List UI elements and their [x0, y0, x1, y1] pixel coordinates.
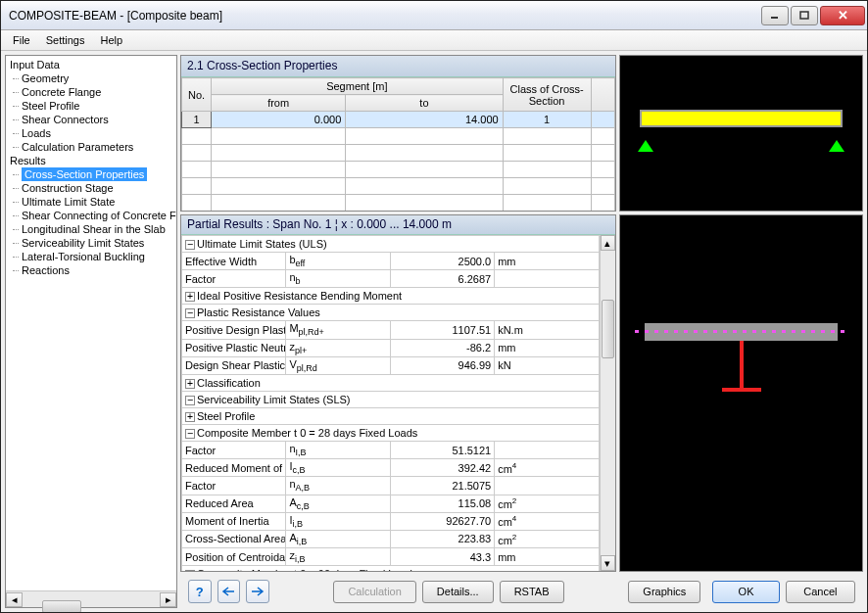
tree-reactions[interactable]: Reactions	[8, 263, 174, 277]
menubar: File Settings Help	[1, 30, 867, 51]
graphics-button[interactable]: Graphics	[628, 581, 700, 603]
cross-section-view[interactable]	[619, 214, 863, 572]
scroll-up-icon[interactable]: ▴	[601, 235, 615, 251]
tree-calc-params[interactable]: Calculation Parameters	[8, 140, 174, 154]
col-to: to	[346, 95, 503, 112]
tree-input-data[interactable]: Input Data	[8, 58, 174, 71]
tree-geometry[interactable]: Geometry	[8, 71, 174, 85]
scroll-thumb[interactable]	[42, 600, 81, 612]
row-steel-profile[interactable]: +Steel Profile	[182, 407, 600, 424]
titlebar: COMPOSITE-BEAM - [Composite beam] ✕	[1, 1, 867, 30]
menu-file[interactable]: File	[5, 32, 38, 48]
next-icon-button[interactable]	[246, 580, 269, 603]
footer-bar: ? Calculation Details... RSTAB Graphics …	[180, 575, 863, 608]
partial-results-panel: Partial Results : Span No. 1 ¦ x : 0.000…	[180, 214, 616, 572]
row-plastic[interactable]: −Plastic Resistance Values	[182, 305, 600, 321]
col-from: from	[212, 95, 346, 112]
row-sls[interactable]: −Serviceability Limit States (SLS)	[182, 391, 600, 407]
tree-sls[interactable]: Serviceability Limit States	[8, 236, 174, 250]
results-table[interactable]: −Ultimate Limit States (ULS) Effective W…	[181, 235, 600, 571]
support-right-icon	[829, 140, 844, 152]
nav-tree-pane: Input Data Geometry Concrete Flange Stee…	[5, 55, 177, 608]
results-vscroll[interactable]: ▴ ▾	[600, 235, 615, 571]
scroll-left-icon[interactable]: ◂	[6, 592, 23, 607]
calculation-button: Calculation	[333, 581, 415, 603]
connector-dots	[635, 330, 847, 333]
tree-construction-stage[interactable]: Construction Stage	[8, 181, 174, 195]
grid-row-1[interactable]: 1 0.000 14.000 1	[182, 112, 615, 128]
svg-rect-1	[800, 12, 808, 19]
web-graphic	[740, 341, 744, 390]
vscroll-thumb[interactable]	[602, 300, 614, 358]
support-left-icon	[638, 140, 653, 152]
cs-props-title: 2.1 Cross-Section Properties	[181, 56, 615, 77]
partial-results-title: Partial Results : Span No. 1 ¦ x : 0.000…	[181, 215, 615, 235]
menu-help[interactable]: Help	[92, 32, 130, 48]
tree-shear-connecting[interactable]: Shear Connecting of Concrete Flange	[8, 209, 174, 222]
nav-tree[interactable]: Input Data Geometry Concrete Flange Stee…	[6, 56, 176, 590]
flange-graphic	[722, 388, 761, 392]
window-title: COMPOSITE-BEAM - [Composite beam]	[9, 9, 759, 23]
row-comp28[interactable]: −Composite Member t 0 = 28 days Fixed Lo…	[182, 424, 600, 441]
rstab-button[interactable]: RSTAB	[500, 581, 564, 603]
row-uls[interactable]: −Ultimate Limit States (ULS)	[182, 236, 600, 253]
col-class: Class of Cross-Section	[503, 78, 591, 112]
tree-steel-profile[interactable]: Steel Profile	[8, 99, 174, 113]
tree-ltb[interactable]: Lateral-Torsional Buckling	[8, 250, 174, 263]
cs-properties-panel: 2.1 Cross-Section Properties No. Segment…	[180, 55, 616, 212]
tree-cs-properties[interactable]: Cross-Section Properties	[22, 167, 147, 181]
row-classif[interactable]: +Classification	[182, 374, 600, 391]
app-window: COMPOSITE-BEAM - [Composite beam] ✕ File…	[0, 0, 868, 613]
beam-graphic	[640, 110, 843, 127]
help-icon-button[interactable]: ?	[188, 580, 212, 603]
tree-loads[interactable]: Loads	[8, 126, 174, 140]
scroll-down-icon[interactable]: ▾	[601, 555, 615, 571]
tree-concrete-flange[interactable]: Concrete Flange	[8, 85, 174, 99]
scroll-right-icon[interactable]: ▸	[160, 592, 176, 607]
col-segment: Segment [m]	[212, 78, 504, 95]
tree-hscroll[interactable]: ◂ ▸	[6, 590, 176, 607]
ok-button[interactable]: OK	[712, 581, 779, 603]
tree-long-shear[interactable]: Longitudinal Shear in the Slab	[8, 222, 174, 236]
row-comp90[interactable]: +Composite Member t 0 = 90 days Fixed Lo…	[182, 566, 600, 571]
close-button[interactable]: ✕	[820, 6, 865, 25]
prev-icon-button[interactable]	[217, 580, 241, 603]
details-button[interactable]: Details...	[422, 581, 494, 603]
maximize-button[interactable]	[791, 6, 818, 25]
tree-results[interactable]: Results	[8, 154, 174, 167]
row-ideal-pos[interactable]: +Ideal Positive Resistance Bending Momen…	[182, 288, 600, 305]
col-no: No.	[182, 78, 212, 112]
minimize-button[interactable]	[761, 6, 789, 25]
tree-shear-connectors[interactable]: Shear Connectors	[8, 113, 174, 126]
menu-settings[interactable]: Settings	[38, 32, 93, 48]
beam-elevation-view[interactable]	[619, 55, 863, 212]
cs-grid[interactable]: No. Segment [m] Class of Cross-Section f…	[181, 77, 615, 211]
cancel-button[interactable]: Cancel	[786, 581, 855, 603]
tree-uls[interactable]: Ultimate Limit State	[8, 195, 174, 209]
